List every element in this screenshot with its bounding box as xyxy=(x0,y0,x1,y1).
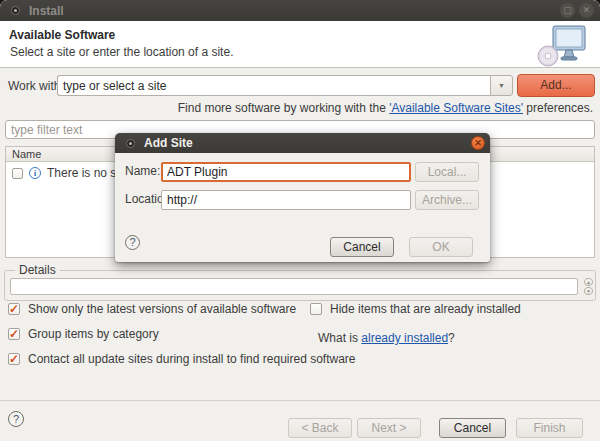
option-label: Hide items that are already installed xyxy=(330,302,521,316)
find-more-suffix: preferences. xyxy=(523,101,593,115)
dialog-cancel-button[interactable]: Cancel xyxy=(330,237,394,257)
option-contact-update-sites[interactable]: Contact all update sites during install … xyxy=(8,352,356,366)
work-with-label: Work with: xyxy=(8,79,64,93)
checkbox-checked-icon[interactable] xyxy=(8,303,20,315)
checkbox-checked-icon[interactable] xyxy=(8,328,20,340)
window-title: Install xyxy=(29,4,64,18)
option-label: Contact all update sites during install … xyxy=(28,352,356,366)
dialog-help-icon[interactable]: ? xyxy=(125,235,140,250)
install-software-icon xyxy=(536,24,588,68)
local-button[interactable]: Local... xyxy=(415,162,479,182)
page-title: Available Software xyxy=(9,28,600,42)
page-subtitle: Select a site or enter the location of a… xyxy=(10,45,600,59)
dialog-ok-button[interactable]: OK xyxy=(409,237,473,257)
available-software-sites-link[interactable]: 'Available Software Sites' xyxy=(389,101,523,115)
details-group: Details ▲ ▼ xyxy=(4,270,596,301)
work-with-combo: ▼ xyxy=(57,75,513,96)
name-label: Name: xyxy=(125,164,160,178)
checkbox-unchecked-icon[interactable] xyxy=(310,303,322,315)
details-label: Details xyxy=(15,263,60,277)
close-icon[interactable]: ✕ xyxy=(579,3,594,18)
details-textarea[interactable] xyxy=(10,278,578,295)
next-button[interactable]: Next > xyxy=(357,418,421,438)
find-more-text: Find more software by working with the '… xyxy=(178,101,593,115)
archive-button[interactable]: Archive... xyxy=(415,190,479,210)
help-icon[interactable]: ? xyxy=(8,411,24,427)
add-button[interactable]: Add... xyxy=(517,74,595,97)
window-titlebar[interactable]: Install ▢ ✕ xyxy=(0,0,600,21)
find-more-prefix: Find more software by working with the xyxy=(178,101,389,115)
option-group-by-category[interactable]: Group items by category xyxy=(8,327,159,341)
wizard-header: Available Software Select a site or ente… xyxy=(0,21,600,68)
option-latest-versions[interactable]: Show only the latest versions of availab… xyxy=(8,302,296,316)
back-button[interactable]: < Back xyxy=(288,418,352,438)
site-name-field[interactable] xyxy=(161,162,411,182)
add-site-dialog: Add Site ✕ Name: Local... Location: Arch… xyxy=(115,133,490,262)
install-wizard-window: Install ▢ ✕ Available Software Select a … xyxy=(0,0,600,441)
checkbox-checked-icon[interactable] xyxy=(8,353,20,365)
scroll-up-icon[interactable]: ▲ xyxy=(584,278,593,286)
what-is-text: What is already installed? xyxy=(318,331,455,345)
cancel-button[interactable]: Cancel xyxy=(439,418,506,438)
work-with-input[interactable] xyxy=(57,75,490,96)
window-icon xyxy=(11,6,20,15)
details-scrollbar[interactable]: ▲ ▼ xyxy=(583,278,594,295)
what-is-suffix: ? xyxy=(448,331,455,345)
option-label: Group items by category xyxy=(28,327,159,341)
scroll-down-icon[interactable]: ▼ xyxy=(584,287,593,295)
combo-dropdown-button[interactable]: ▼ xyxy=(490,75,513,96)
option-label: Show only the latest versions of availab… xyxy=(28,302,296,316)
footer-divider xyxy=(0,400,600,401)
info-icon: i xyxy=(29,167,41,179)
option-hide-installed[interactable]: Hide items that are already installed xyxy=(310,302,521,316)
dialog-close-icon[interactable]: ✕ xyxy=(471,136,485,150)
row-checkbox[interactable] xyxy=(12,168,23,179)
finish-button[interactable]: Finish xyxy=(516,418,583,438)
what-is-prefix: What is xyxy=(318,331,361,345)
dialog-titlebar[interactable]: Add Site ✕ xyxy=(115,133,490,153)
dialog-icon xyxy=(126,139,135,148)
dialog-title: Add Site xyxy=(144,136,193,150)
maximize-icon[interactable]: ▢ xyxy=(560,3,575,18)
site-location-field[interactable] xyxy=(161,190,411,210)
already-installed-link[interactable]: already installed xyxy=(361,331,448,345)
